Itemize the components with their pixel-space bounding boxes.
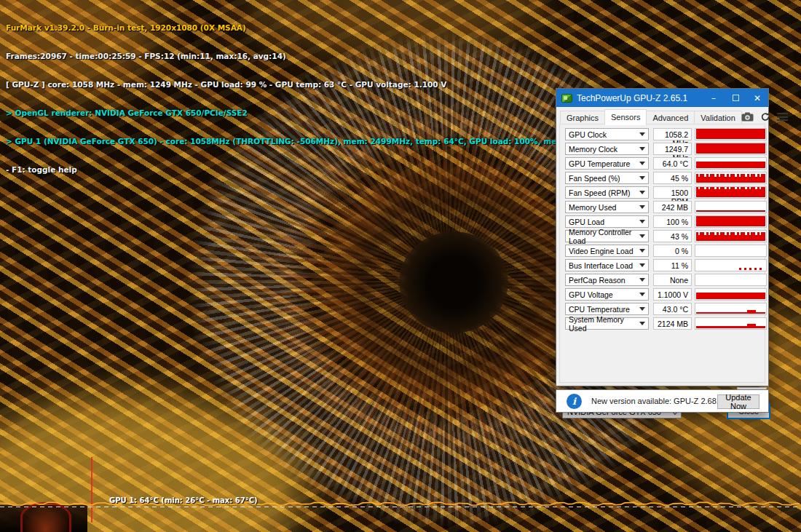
sensor-label: PerfCap Reason [569, 276, 626, 285]
sensor-row: Memory Used242 MB [560, 201, 765, 213]
tab-bar: Graphics Card Sensors Advanced Validatio… [556, 107, 768, 124]
sensor-graph [695, 288, 767, 301]
dropdown-arrow-icon [639, 293, 645, 296]
sensor-graph-bar [696, 269, 765, 270]
sensor-value: 1.1000 V [653, 288, 692, 301]
sensor-label: Video Engine Load [569, 247, 634, 255]
sensor-value: 2124 MB [653, 317, 692, 330]
tab-graphics-card[interactable]: Graphics Card [560, 111, 605, 124]
sensor-select[interactable]: GPU Load [565, 215, 649, 228]
tab-validation[interactable]: Validation [694, 111, 742, 124]
sensor-label: System Memory Used [569, 315, 639, 333]
sensor-row: Memory Clock1249.7 MHz [560, 143, 765, 155]
sensor-value: 0 % [653, 245, 692, 257]
sensor-graph-bar [696, 143, 765, 154]
osd-title-line: FurMark v1.39.2.0 - Burn-in test, 1920x1… [6, 23, 653, 33]
gpuz-window: TechPowerUp GPU-Z 2.65.1 – ✕ Graphics Ca… [556, 88, 769, 386]
gpuz-titlebar[interactable]: TechPowerUp GPU-Z 2.65.1 – ✕ [556, 89, 768, 107]
sensor-value: 1249.7 MHz [653, 143, 692, 155]
sensor-graph-bar [696, 235, 765, 241]
sensor-label: CPU Temperature [569, 305, 630, 314]
sensor-value: 43.0 °C [653, 303, 692, 315]
furmark-screen: FurMark v1.39.2.0 - Burn-in test, 1920x1… [0, 0, 801, 532]
sensor-row: Fan Speed (RPM)1500 RPM [560, 186, 765, 199]
menu-icon[interactable] [777, 113, 788, 121]
sensor-select[interactable]: GPU Voltage [565, 288, 649, 301]
sensor-row: Bus Interface Load11 % [560, 259, 765, 271]
sensor-graph [695, 245, 767, 257]
dropdown-arrow-icon [639, 162, 645, 165]
sensor-select[interactable]: Memory Used [565, 201, 649, 213]
sensor-row: GPU Voltage1.1000 V [560, 288, 765, 301]
sensor-graph-bar [696, 162, 765, 168]
sensor-label: Memory Clock [569, 145, 617, 154]
dropdown-arrow-icon [639, 234, 645, 238]
sensor-label: GPU Voltage [569, 290, 613, 299]
sensor-select[interactable]: Memory Controller Load [565, 230, 649, 242]
dropdown-arrow-icon [639, 278, 645, 282]
sensor-row: Memory Controller Load43 % [560, 230, 765, 242]
maximize-button[interactable] [725, 89, 746, 107]
sensor-graph [695, 157, 767, 170]
sensor-value: 43 % [653, 230, 692, 242]
sensor-row: CPU Temperature43.0 °C [560, 303, 765, 315]
minimize-button[interactable]: – [703, 89, 725, 107]
sensor-select[interactable]: Fan Speed (%) [565, 172, 649, 184]
camera-icon[interactable] [741, 112, 754, 122]
gpuz-app-icon [561, 94, 572, 103]
sensor-value: 11 % [653, 259, 692, 271]
sensor-graph-bar [696, 189, 765, 197]
sensor-select[interactable]: Memory Clock [565, 143, 649, 155]
sensor-value: 1500 RPM [653, 186, 692, 199]
sensor-graph-bar [696, 129, 765, 139]
osd-frames-line: Frames:20967 - time:00:25:59 - FPS:12 (m… [6, 52, 653, 61]
sensor-value: 1058.2 MHz [653, 128, 692, 140]
dropdown-arrow-icon [639, 322, 645, 325]
sensor-graph [695, 317, 767, 330]
sensor-value: 45 % [653, 172, 692, 184]
tab-advanced[interactable]: Advanced [646, 111, 695, 124]
sensor-label: Fan Speed (RPM) [569, 188, 631, 197]
sensor-label: GPU Temperature [569, 159, 630, 168]
refresh-icon[interactable] [760, 112, 770, 122]
sensor-label: GPU Load [569, 218, 604, 226]
sensor-graph [695, 186, 767, 199]
gpu-temp-label: GPU 1: 64°C (min: 26°C - max: 67°C) [109, 496, 258, 504]
sensor-select[interactable]: GPU Clock [565, 128, 649, 140]
update-notification-bar: i New version available: GPU-Z 2.68.0 Up… [556, 389, 769, 413]
close-window-button[interactable]: ✕ [746, 89, 768, 107]
sensor-label: Memory Used [569, 203, 616, 212]
sensor-select[interactable]: Bus Interface Load [565, 259, 649, 271]
sensor-row: Fan Speed (%)45 % [560, 172, 765, 184]
sensor-value: 100 % [653, 215, 692, 228]
sensor-select[interactable]: Fan Speed (RPM) [565, 186, 649, 199]
dropdown-arrow-icon [639, 191, 645, 194]
dropdown-arrow-icon [639, 147, 645, 151]
sensor-graph-bar [696, 177, 765, 183]
sensor-label: Memory Controller Load [569, 228, 639, 245]
update-now-button[interactable]: Update Now [717, 394, 759, 409]
sensor-graph-bar [696, 293, 765, 299]
gpu-temp-graph: GPU 1: 64°C (min: 26°C - max: 67°C) [0, 495, 801, 512]
toolbar-icons [741, 112, 794, 124]
sensor-select[interactable]: Video Engine Load [565, 245, 649, 257]
dropdown-arrow-icon [639, 263, 645, 267]
sensor-graph [695, 274, 767, 286]
sensor-graph [695, 172, 767, 184]
dropdown-arrow-icon [639, 249, 645, 253]
sensor-graph [695, 230, 767, 242]
sensor-select[interactable]: System Memory Used [565, 317, 649, 330]
sensor-select[interactable]: GPU Temperature [565, 157, 649, 170]
sensor-row: GPU Load100 % [560, 215, 765, 228]
sensor-value: 242 MB [653, 201, 692, 213]
sensor-row: PerfCap ReasonNone [560, 274, 765, 286]
dropdown-arrow-icon [639, 132, 645, 136]
sensor-select[interactable]: CPU Temperature [565, 303, 649, 315]
sensor-select[interactable]: PerfCap Reason [565, 274, 649, 286]
sensor-graph-bar [696, 326, 765, 328]
sensor-graph-bar [696, 216, 765, 226]
dropdown-arrow-icon [639, 176, 645, 180]
tab-sensors[interactable]: Sensors [604, 109, 647, 125]
sensor-label: GPU Clock [569, 130, 607, 139]
dropdown-arrow-icon [639, 307, 645, 311]
